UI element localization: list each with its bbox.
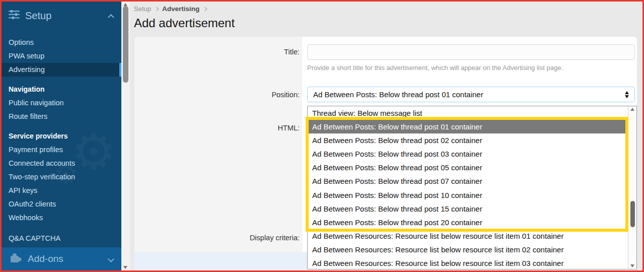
dropdown-option[interactable]: Ad Between Resources: Resource list belo… xyxy=(308,256,628,269)
sidebar-item-oauth2-clients[interactable]: OAuth2 clients xyxy=(2,197,121,211)
breadcrumb-advertising[interactable]: Advertising xyxy=(162,5,199,13)
sidebar-item-webhooks[interactable]: Webhooks xyxy=(2,211,121,225)
sidebar-item-options[interactable]: Options xyxy=(2,36,121,49)
breadcrumb: Setup Advertising xyxy=(134,5,206,13)
sidebar-group-title: Navigation xyxy=(2,83,121,96)
chevron-down-icon xyxy=(108,256,114,262)
dropdown-scrollbar[interactable] xyxy=(628,106,636,269)
sidebar-item-payment-profiles[interactable]: Payment profiles xyxy=(2,143,121,157)
title-label: Title: xyxy=(134,47,300,57)
sidebar-item-connected-accounts[interactable]: Connected accounts xyxy=(2,157,121,170)
dropdown-option[interactable]: Ad Between Resources: Resource list belo… xyxy=(308,229,628,243)
sidebar-scrollbar[interactable] xyxy=(121,2,130,270)
title-input[interactable] xyxy=(307,44,635,60)
dropdown-option[interactable]: Thread view: Below message list xyxy=(308,106,628,120)
position-select[interactable]: Ad Between Posts: Below thread post 01 c… xyxy=(307,87,635,102)
dropdown-option[interactable]: Ad Between Posts: Below thread post 20 c… xyxy=(308,216,628,229)
sidebar-group: OptionsPWA setupAdvertising xyxy=(2,36,121,77)
dropdown-option[interactable]: Ad Between Posts: Below thread post 03 c… xyxy=(308,147,628,161)
position-dropdown-list: Thread view: Below message listAd Betwee… xyxy=(307,106,637,269)
dropdown-option[interactable]: Ad Between Posts: Below thread post 07 c… xyxy=(308,174,628,188)
sidebar-group: Service providersPayment profilesConnect… xyxy=(2,129,121,225)
title-hint: Provide a short title for this advertise… xyxy=(307,64,637,72)
dropdown-options: Thread view: Below message listAd Betwee… xyxy=(308,106,628,269)
sidebar-item-api-keys[interactable]: API keys xyxy=(2,184,121,197)
sidebar-scrollbar-thumb[interactable] xyxy=(123,6,128,83)
display-criteria-label: Display criteria: xyxy=(134,233,300,243)
dropdown-option[interactable]: Ad Between Posts: Below thread post 01 c… xyxy=(308,120,628,133)
scroll-down-arrow-icon[interactable] xyxy=(123,266,127,269)
sidebar-footer-addons[interactable]: Add-ons xyxy=(2,247,121,270)
select-updown-icon xyxy=(625,91,629,98)
html-label: HTML: xyxy=(134,123,300,133)
scroll-up-arrow-icon[interactable] xyxy=(630,108,634,111)
sidebar-nav: OptionsPWA setupAdvertisingNavigationPub… xyxy=(2,36,121,245)
breadcrumb-setup[interactable]: Setup xyxy=(134,5,151,13)
dropdown-option[interactable]: Ad Between Posts: Below thread post 05 c… xyxy=(308,161,628,174)
sidebar-item-two-step-verification[interactable]: Two-step verification xyxy=(2,170,121,184)
form-label-column xyxy=(134,37,302,252)
sidebar-item-route-filters[interactable]: Route filters xyxy=(2,110,121,123)
sidebar-item-q-a-captcha[interactable]: Q&A CAPTCHA xyxy=(2,232,121,245)
sidebar-title: Setup xyxy=(25,10,109,22)
dropdown-option[interactable]: Ad Between Posts: Below thread post 02 c… xyxy=(308,133,628,147)
sidebar-header-setup[interactable]: Setup xyxy=(2,2,121,30)
sidebar-item-public-navigation[interactable]: Public navigation xyxy=(2,96,121,110)
sidebar-group-title: Service providers xyxy=(2,129,121,143)
sidebar-footer-label: Add-ons xyxy=(28,253,109,264)
scroll-down-arrow-icon[interactable] xyxy=(630,264,634,267)
position-label: Position: xyxy=(134,90,300,100)
sidebar-group: NavigationPublic navigationRoute filters xyxy=(2,83,121,123)
sidebar-group: Q&A CAPTCHA xyxy=(2,232,121,245)
dropdown-option[interactable]: Ad Between Posts: Below thread post 10 c… xyxy=(308,188,628,202)
sidebar-item-pwa-setup[interactable]: PWA setup xyxy=(2,49,121,63)
chevron-up-icon xyxy=(108,14,114,20)
position-select-value: Ad Between Posts: Below thread post 01 c… xyxy=(313,90,625,99)
chevron-right-icon xyxy=(155,7,159,11)
sidebar-item-advertising[interactable]: Advertising xyxy=(2,63,121,77)
dropdown-scrollbar-thumb[interactable] xyxy=(630,201,635,227)
puzzle-icon xyxy=(10,252,22,265)
page-title: Add advertisement xyxy=(134,16,235,30)
dropdown-option[interactable]: Ad Between Posts: Below thread post 15 c… xyxy=(308,202,628,216)
sidebar: Setup OptionsPWA setupAdvertisingNavigat… xyxy=(2,2,121,270)
admin-window: Setup OptionsPWA setupAdvertisingNavigat… xyxy=(0,0,644,272)
sliders-icon xyxy=(9,10,20,21)
chevron-right-icon xyxy=(203,7,207,11)
dropdown-option[interactable]: Ad Between Resources: Resource list belo… xyxy=(308,243,628,256)
